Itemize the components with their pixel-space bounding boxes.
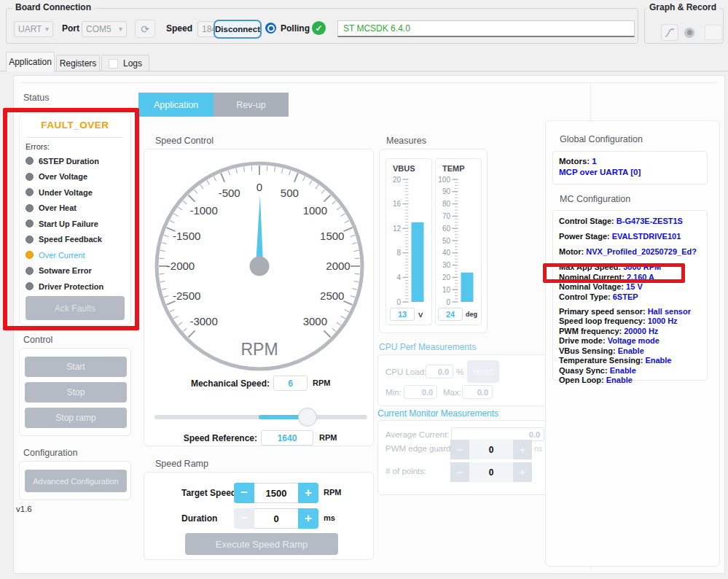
ack-faults-button[interactable]: Ack Faults (26, 296, 125, 320)
app-window: Board Connection UART ▾ Port COM5 ▾ ⟳ Sp… (0, 0, 728, 579)
svg-text:2000: 2000 (326, 260, 350, 272)
config-key: Nominal Voltage: (559, 282, 626, 291)
divider (27, 137, 123, 138)
version-text: v1.6 (16, 505, 32, 513)
motor-tab-application[interactable]: Application (138, 93, 214, 117)
graph-button[interactable] (661, 24, 678, 41)
control-panel: StartStopStop ramp (19, 348, 131, 436)
error-label: Over Voltage (39, 172, 87, 181)
pwm-value-field[interactable]: 0 (469, 440, 513, 459)
points-value-field[interactable]: 0 (469, 462, 513, 482)
speed-label: Speed (166, 23, 192, 34)
vbus-value-field[interactable]: 13 (390, 308, 415, 321)
cpu-max-label: Max: (443, 388, 461, 397)
svg-text:70: 70 (442, 212, 451, 220)
refresh-ports-button[interactable]: ⟳ (135, 20, 155, 38)
errors-label: Errors: (26, 142, 50, 151)
target-speed-increment-button[interactable]: + (298, 483, 318, 503)
status-section-label: Status (23, 93, 49, 103)
mc-config-line: Control Type: 6STEP (559, 292, 697, 301)
cpu-load-field[interactable]: 0.0 (426, 365, 453, 378)
config-value: 15 V (626, 282, 643, 291)
mechanical-speed-field[interactable]: 6 (273, 376, 308, 391)
speed-slider-track[interactable] (154, 415, 367, 419)
speed-slider-handle[interactable] (298, 408, 317, 427)
config-value: B-G473E-ZEST1S (617, 217, 683, 225)
motor-tab-revup-label: Rev-up (236, 100, 265, 110)
svg-text:60: 60 (442, 225, 451, 233)
config-key: Motor: (559, 247, 586, 256)
config-value: Enable (645, 356, 671, 365)
cpu-reset-button[interactable]: reset (467, 360, 499, 383)
error-label: Over Current (39, 251, 85, 260)
tab-registers[interactable]: Registers (56, 55, 100, 71)
pwm-edge-guard-label: PWM edge guard: (385, 444, 453, 453)
control-button-stop[interactable]: Stop (25, 382, 127, 403)
temp-value-field[interactable]: 24 (438, 308, 463, 321)
svg-text:1000: 1000 (303, 204, 327, 217)
disconnect-button[interactable]: Disconnect (214, 20, 262, 39)
target-speed-field[interactable]: 1500 (254, 483, 298, 503)
svg-text:1500: 1500 (320, 230, 344, 242)
port-label: Port (62, 23, 79, 34)
error-label: Sotware Error (39, 266, 92, 275)
error-item: Driver Protection (26, 279, 103, 295)
config-key: Quasy Sync: (559, 366, 610, 375)
current-monitor-section-label: Current Monitor Measurements (377, 408, 498, 419)
port-select[interactable]: COM5 ▾ (82, 21, 127, 37)
config-value: 1000 Hz (648, 316, 678, 325)
error-label: Over Heat (39, 203, 77, 212)
cpu-max-field[interactable]: 0.0 (462, 385, 493, 399)
mc-config-line: Power Stage: EVALSTDRIVE101 (559, 232, 697, 241)
speed-ramp-section-label: Speed Ramp (155, 459, 208, 469)
points-increment-button[interactable]: + (513, 462, 532, 482)
duration-field[interactable]: 0 (254, 508, 298, 529)
vbus-title: VBUS (393, 164, 415, 173)
cpu-min-field[interactable]: 0.0 (404, 385, 437, 399)
speed-control-panel: -3000-2500-2000-1500-1000-50005001000150… (144, 149, 374, 446)
config-value: 20000 Hz (624, 327, 658, 335)
advanced-configuration-button[interactable]: Advanced Configuration (25, 470, 127, 492)
motor-tab-application-label: Application (154, 100, 198, 110)
protocol-select[interactable]: UART ▾ (14, 21, 53, 37)
config-key: Max App Speed: (559, 263, 623, 271)
svg-text:-2500: -2500 (173, 290, 200, 302)
execute-speed-ramp-button[interactable]: Execute Speed Ramp (185, 533, 338, 555)
record-extra-control[interactable] (705, 25, 722, 40)
mc-config-line: Motor: NVX_Profiled_20250729_Ed? (559, 247, 697, 256)
firmware-field[interactable]: ST MCSDK 6.4.0 (337, 20, 635, 37)
polling-label: Polling (281, 23, 310, 34)
duration-increment-button[interactable]: + (298, 508, 318, 529)
speed-reference-field[interactable]: 1640 (261, 430, 313, 446)
polling-radio[interactable] (265, 23, 276, 34)
control-button-stop-ramp[interactable]: Stop ramp (25, 408, 127, 428)
config-key: Temperature Sensing: (559, 356, 645, 365)
tab-application[interactable]: Application (6, 52, 55, 71)
mc-config-line: Nominal Current: 2.160 A (559, 273, 697, 281)
points-label: # of points: (385, 467, 426, 475)
vbus-gauge: 048121620 (386, 176, 433, 306)
speed-ramp-panel: Target Speed − 1500 + RPM Duration − 0 +… (144, 472, 374, 560)
config-value: Enable (606, 376, 633, 384)
svg-text:100: 100 (438, 176, 450, 184)
control-button-start[interactable]: Start (25, 357, 127, 377)
cpu-load-unit: % (456, 368, 463, 376)
mc-config-line: Open Loop: Enable (559, 376, 697, 384)
record-button[interactable] (681, 24, 698, 41)
duration-decrement-button[interactable]: − (234, 508, 254, 529)
tab-logs[interactable]: Logs (101, 55, 149, 71)
config-key: VBus Sensing: (559, 346, 618, 355)
tab-registers-label: Registers (60, 58, 97, 69)
pwm-decrement-button[interactable]: − (450, 440, 469, 459)
motor-tab-revup[interactable]: Rev-up (214, 93, 289, 117)
config-value: Voltage mode (608, 336, 659, 345)
svg-text:40: 40 (442, 249, 451, 257)
curve-icon (664, 27, 676, 39)
error-list: 6STEP DurationOver VoltageUnder VoltageO… (26, 153, 103, 295)
status-panel: FAULT_OVER Errors: 6STEP DurationOver Vo… (19, 113, 131, 325)
mechanical-speed-label: Mechanical Speed: (144, 378, 270, 389)
config-value: Hall sensor (648, 307, 691, 316)
target-speed-decrement-button[interactable]: − (234, 483, 254, 503)
points-decrement-button[interactable]: − (450, 462, 469, 482)
pwm-increment-button[interactable]: + (513, 440, 532, 459)
